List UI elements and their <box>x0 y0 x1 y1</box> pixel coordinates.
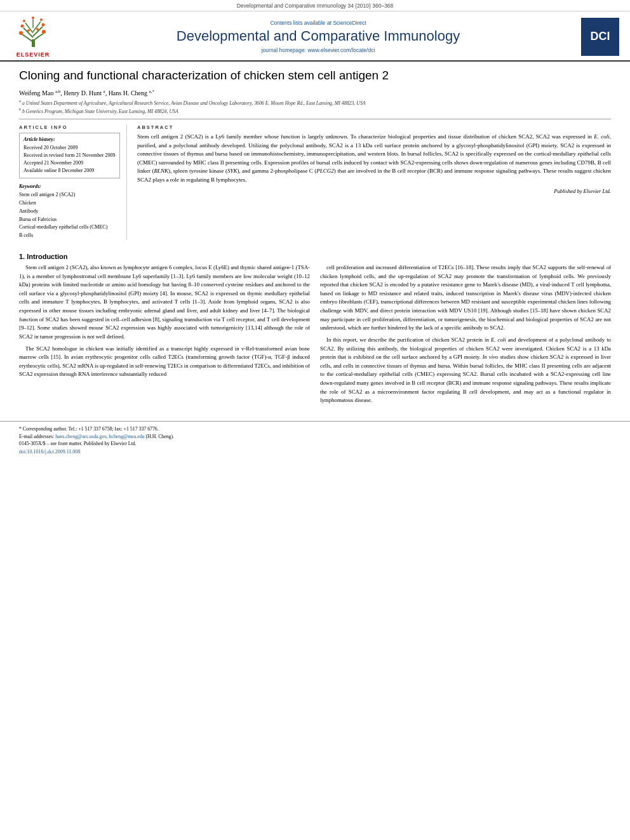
divider <box>19 119 611 119</box>
article-info-column: ARTICLE INFO Article history: Received 2… <box>19 124 127 240</box>
journal-title: Developmental and Comparative Immunology <box>177 28 460 44</box>
affiliation-b-text: b Genetics Program, Michigan State Unive… <box>22 108 178 114</box>
email1[interactable]: hans.cheng@ars.usda.gov <box>55 434 107 439</box>
keyword-2: Chicken <box>19 199 120 208</box>
abstract-column: ABSTRACT Stem cell antigen 2 (SCA2) is a… <box>137 124 611 240</box>
copyright-line: 0145-305X/$ – see front matter. Publishe… <box>19 440 611 448</box>
keyword-3: Antibody <box>19 208 120 216</box>
svg-point-14 <box>32 17 34 19</box>
dci-label: DCI <box>591 30 610 43</box>
citation-text: Developmental and Comparative Immunology… <box>237 3 394 9</box>
intro-para1: Stem cell antigen 2 (SCA2), also known a… <box>19 263 310 342</box>
article-history-box: Article history: Received 20 October 200… <box>19 133 120 178</box>
doi-line: doi:10.1016/j.dci.2009.11.008 <box>19 449 611 455</box>
keywords-label: Keywords: <box>19 183 120 189</box>
svg-point-12 <box>23 20 25 22</box>
intro-col1: Stem cell antigen 2 (SCA2), also known a… <box>19 263 310 408</box>
journal-center: Contents lists available at ScienceDirec… <box>64 15 573 58</box>
revised-date: Received in revised form 21 November 200… <box>23 152 116 159</box>
article-content: Cloning and functional characterization … <box>0 62 630 246</box>
authors: Weifeng Mao a,b, Henry D. Hunt a, Hans H… <box>19 89 611 97</box>
elsevier-logo: ELSEVIER <box>8 15 58 58</box>
history-label: Article history: <box>23 137 116 142</box>
svg-point-8 <box>19 31 23 35</box>
dci-box: DCI <box>581 18 619 56</box>
abstract-label: ABSTRACT <box>137 124 611 130</box>
elsevier-name: ELSEVIER <box>17 51 50 58</box>
elsevier-tree-icon <box>16 15 51 50</box>
corresponding-author: * Corresponding author. Tel.: +1 517 337… <box>19 425 611 433</box>
journal-header: ELSEVIER Contents lists available at Sci… <box>0 11 630 62</box>
doi-text: doi:10.1016/j.dci.2009.11.008 <box>19 449 80 455</box>
email-label: E-mail addresses: <box>19 434 54 439</box>
journal-citation: Developmental and Comparative Immunology… <box>0 0 630 11</box>
keywords-box: Keywords: Stem cell antigen 2 (SCA2) Chi… <box>19 183 120 240</box>
page: Developmental and Comparative Immunology… <box>0 0 630 840</box>
info-abstract-columns: ARTICLE INFO Article history: Received 2… <box>19 124 611 240</box>
corresponding-text: * Corresponding author. Tel.: +1 517 337… <box>19 426 159 432</box>
intro-heading: 1. Introduction <box>19 253 611 260</box>
affiliation-a-text: a United States Department of Agricultur… <box>22 100 366 106</box>
journal-homepage: journal homepage: www.elsevier.com/locat… <box>262 47 375 53</box>
intro-para2: The SCA2 homologue in chicken was initia… <box>19 345 310 380</box>
intro-col2-para2: In this report, we describe the purifica… <box>320 336 611 405</box>
keyword-5: Cortical-medullary epithelial cells (CME… <box>19 223 120 232</box>
accepted-date: Accepted 21 November 2009 <box>23 159 116 167</box>
affiliation-b: b b Genetics Program, Michigan State Uni… <box>19 107 611 114</box>
article-title: Cloning and functional characterization … <box>19 68 611 84</box>
keyword-6: B cells <box>19 232 120 240</box>
keyword-4: Bursa of Fabricius <box>19 216 120 224</box>
svg-point-13 <box>40 18 43 21</box>
footer: * Corresponding author. Tel.: +1 517 337… <box>0 421 630 458</box>
available-date: Available online 8 December 2009 <box>23 167 116 175</box>
email-line: E-mail addresses: hans.cheng@ars.usda.go… <box>19 433 611 441</box>
affiliation-a: a a United States Department of Agricult… <box>19 99 611 106</box>
intro-col2-para1: cell proliferation and increased differe… <box>320 263 611 333</box>
svg-point-11 <box>41 23 44 27</box>
keyword-1: Stem cell antigen 2 (SCA2) <box>19 191 120 199</box>
dci-logo: DCI <box>578 15 622 58</box>
sciencedirect-text: Contents lists available at ScienceDirec… <box>270 20 366 26</box>
svg-point-9 <box>42 30 46 34</box>
copyright-text: 0145-305X/$ – see front matter. Publishe… <box>19 441 137 446</box>
svg-point-15 <box>27 29 30 32</box>
article-info-label: ARTICLE INFO <box>19 124 120 130</box>
email-suffix: (H.H. Cheng). <box>145 434 174 439</box>
abstract-text: Stem cell antigen 2 (SCA2) is a Ly6 fami… <box>137 133 611 184</box>
intro-col2: cell proliferation and increased differe… <box>320 263 611 408</box>
svg-point-10 <box>20 25 23 28</box>
email2[interactable]: hcheng@msu.edu <box>109 434 145 439</box>
intro-columns: Stem cell antigen 2 (SCA2), also known a… <box>19 263 611 408</box>
body-content: 1. Introduction Stem cell antigen 2 (SCA… <box>0 253 630 415</box>
svg-point-16 <box>36 28 39 30</box>
received-date: Received 20 October 2009 <box>23 144 116 152</box>
published-by: Published by Elsevier Ltd. <box>137 188 611 194</box>
